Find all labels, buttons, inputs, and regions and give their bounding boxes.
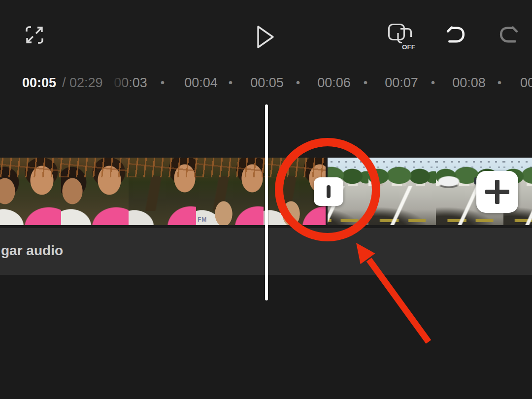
ruler-tick: 00 [520,74,532,92]
ruler-tick: 00:06 [317,74,351,92]
plus-icon [495,180,499,204]
video-watermark: FM [198,216,207,223]
timeline-ruler[interactable]: 00:03 • 00:04 • 00:05 • 00:06 • 00:07 • … [0,74,532,93]
video-thumbnail [61,158,129,225]
ruler-dot: • [229,74,233,92]
fullscreen-expand-icon [24,39,45,47]
play-button[interactable] [255,24,276,50]
playhead [265,104,268,300]
clip-divider-bar-icon [327,185,331,198]
ruler-dot: • [296,74,300,92]
ruler-tick: 00:08 [452,74,486,92]
total-duration: / 02:29 [62,74,103,92]
video-thumbnail: FM [196,158,264,225]
video-thumbnail [368,158,436,225]
play-icon [255,44,276,51]
video-thumbnail [0,158,61,225]
display-off-icon: OFF [386,47,418,55]
undo-icon [446,39,466,47]
ruler-dot: • [431,74,435,92]
display-off-label: OFF [402,43,415,51]
redo-icon [499,39,519,47]
current-time: 00:05 [22,74,56,92]
video-thumbnail [129,158,196,225]
ruler-dot: • [498,74,501,92]
video-clip-1[interactable]: FM [0,158,326,225]
display-off-toggle-button[interactable]: OFF [386,22,418,53]
redo-button[interactable] [499,25,519,45]
undo-button[interactable] [446,25,466,45]
ruler-tick: 00:04 [184,74,218,92]
clip-transition-button[interactable] [314,177,343,206]
add-clip-button[interactable] [476,171,518,213]
ruler-dot: • [161,74,165,92]
video-editor-screen: OFF 00:03 • 00:04 • 00:05 • 00:06 • 00:0… [0,0,532,399]
fullscreen-button[interactable] [24,25,45,45]
ruler-tick: 00:07 [385,74,418,92]
add-audio-label: gar audio [1,243,63,259]
ruler-tick: 00:05 [250,74,284,92]
ruler-dot: • [364,74,367,92]
